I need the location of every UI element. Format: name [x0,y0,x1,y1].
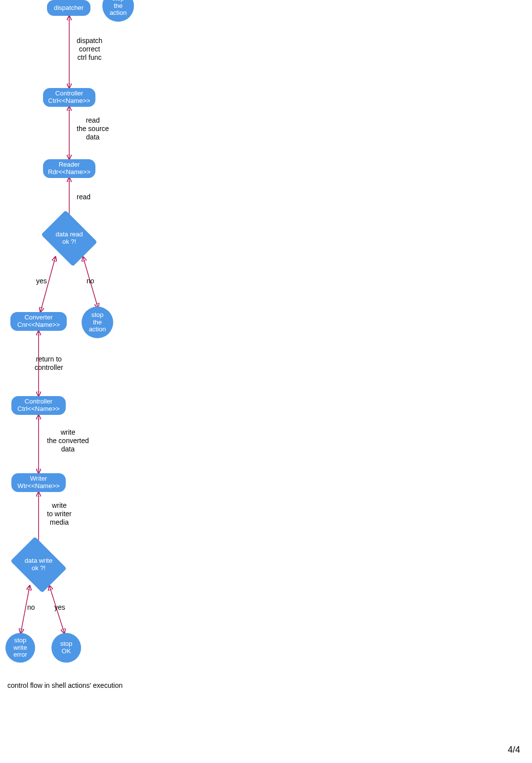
edge-label-write-no: no [27,603,35,612]
edge-label-write-conv: write the converted data [47,428,89,453]
edge-label-write-media: write to writer media [47,501,72,526]
node-decision-read: data read ok ?! [37,214,101,263]
node-stop-action-mid: stop the action [82,307,113,338]
node-stop-action-top-label: stop the action [110,0,127,17]
node-writer-label: Writer Wtr<<Name>> [17,475,59,490]
edge-label-read-source: read the source data [77,116,109,141]
node-converter: Converter Cnr<<Name>> [10,312,67,331]
node-converter-label: Converter Cnr<<Name>> [17,314,60,329]
node-decision-read-label: data read ok ?! [56,231,83,246]
node-writer: Writer Wtr<<Name>> [11,473,66,492]
node-controller-2-label: Controller Ctrl<<Name>> [17,398,59,413]
flowchart-canvas: dispatcher stop the action Controller Ct… [0,0,532,763]
node-controller-1-label: Controller Ctrl<<Name>> [48,90,90,105]
edge-label-write-yes: yes [54,603,65,612]
node-decision-write-label: data write ok ?! [25,557,52,572]
node-stop-write-error: stop write error [5,633,35,663]
node-reader-label: Reader Rdr<<Name>> [48,161,90,176]
node-stop-action-top: stop the action [102,0,134,22]
node-decision-write: data write ok ?! [6,540,71,589]
node-stop-write-error-label: stop write error [13,637,27,659]
node-stop-ok: stop OK [51,633,81,663]
node-controller-1: Controller Ctrl<<Name>> [43,88,95,107]
page-number: 4/4 [508,745,520,755]
node-dispatcher: dispatcher [47,0,90,16]
edge-label-read-yes: yes [36,277,47,285]
diagram-caption: control flow in shell actions' execution [7,681,123,689]
edge-label-read: read [77,193,90,201]
edge-label-return-ctrl: return to controller [35,355,63,372]
node-dispatcher-label: dispatcher [54,4,84,12]
edge-label-read-no: no [87,277,94,285]
node-controller-2: Controller Ctrl<<Name>> [11,396,66,415]
node-stop-ok-label: stop OK [60,640,73,655]
edge-label-dispatch: dispatch correct ctrl func [77,37,102,61]
node-reader: Reader Rdr<<Name>> [43,159,95,178]
node-stop-action-mid-label: stop the action [89,312,106,334]
